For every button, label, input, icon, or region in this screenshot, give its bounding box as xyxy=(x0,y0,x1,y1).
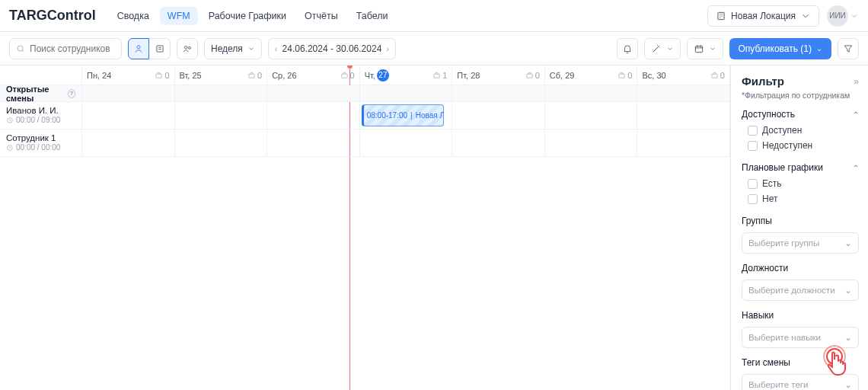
notifications-button[interactable] xyxy=(617,38,638,59)
schedule-cell[interactable]: 08:00-17:00|Новая Локация xyxy=(360,102,453,129)
nav-schedules[interactable]: Рабочие Графики xyxy=(201,7,294,25)
filter-option[interactable]: Недоступен xyxy=(742,138,859,153)
schedule-cell[interactable] xyxy=(452,129,545,157)
nav-wfm[interactable]: WFM xyxy=(160,7,198,25)
help-icon[interactable]: ? xyxy=(68,89,75,98)
users-icon xyxy=(182,43,193,54)
schedule-cell[interactable] xyxy=(545,102,638,129)
filter-toggle-button[interactable] xyxy=(838,38,859,59)
svg-point-2 xyxy=(137,45,140,48)
shift-block[interactable]: 08:00-17:00|Новая Локация xyxy=(362,104,445,126)
prev-week-button[interactable]: ‹ xyxy=(275,44,278,53)
magic-button[interactable] xyxy=(644,38,681,59)
chevron-down-icon xyxy=(850,11,859,21)
open-shifts-row[interactable]: Открытые смены? xyxy=(0,85,82,102)
bell-icon xyxy=(622,43,633,54)
date-range-label: 24.06.2024 - 30.06.2024 xyxy=(282,43,382,54)
filter-option[interactable]: Есть xyxy=(742,176,859,191)
section-plans[interactable]: Плановые графики⌃ xyxy=(742,159,859,176)
svg-rect-3 xyxy=(156,45,162,51)
schedule-cell[interactable] xyxy=(175,85,268,102)
svg-rect-9 xyxy=(341,74,346,78)
checkbox[interactable] xyxy=(748,126,758,136)
clock-icon xyxy=(6,115,14,126)
section-skills: Навыки xyxy=(742,307,859,324)
checkbox[interactable] xyxy=(748,194,758,204)
svg-point-1 xyxy=(18,45,23,50)
chevron-down-icon xyxy=(247,43,255,54)
nav-reports[interactable]: Отчёты xyxy=(297,7,346,25)
user-icon xyxy=(133,43,144,54)
schedule-cell[interactable] xyxy=(637,102,730,129)
day-header[interactable]: Чт,271 xyxy=(360,66,453,85)
day-header[interactable]: Вт, 250 xyxy=(175,66,268,85)
svg-rect-11 xyxy=(527,74,532,78)
calendar-icon xyxy=(694,43,704,54)
collapse-filter-button[interactable]: » xyxy=(854,76,859,87)
section-groups: Группы xyxy=(742,213,859,229)
next-week-button[interactable]: › xyxy=(386,44,389,53)
period-select[interactable]: Неделя xyxy=(204,38,262,59)
location-select[interactable]: Новая Локация xyxy=(707,5,819,27)
filter-title: Фильтр xyxy=(742,75,784,88)
view-by-position-button[interactable] xyxy=(149,38,171,59)
schedule-cell[interactable] xyxy=(82,85,175,102)
group-by-button[interactable] xyxy=(177,38,198,59)
day-header[interactable]: Ср, 260 xyxy=(267,66,360,85)
schedule-grid: Пн, 240 Вт, 250 Ср, 260 Чт,271 Пт, 280 С… xyxy=(0,66,731,390)
day-header[interactable]: Пт, 280 xyxy=(452,66,545,85)
schedule-cell[interactable] xyxy=(267,102,360,129)
building-icon xyxy=(716,11,726,21)
employee-row[interactable]: Иванов И. И. 00:00 / 09:00 xyxy=(0,102,82,129)
publish-button[interactable]: Опубликовать (1)⌄ xyxy=(729,38,831,59)
clock-icon xyxy=(6,142,14,153)
schedule-cell[interactable] xyxy=(545,129,638,157)
briefcase-icon xyxy=(340,70,349,81)
date-range-picker[interactable]: ‹ 24.06.2024 - 30.06.2024 › xyxy=(268,38,396,59)
svg-rect-10 xyxy=(434,74,439,78)
day-header[interactable]: Сб, 290 xyxy=(545,66,638,85)
nav-summary[interactable]: Сводка xyxy=(110,7,157,25)
filter-option[interactable]: Нет xyxy=(742,191,859,206)
schedule-cell[interactable] xyxy=(452,85,545,102)
schedule-cell[interactable] xyxy=(267,129,360,157)
search-icon xyxy=(16,43,25,54)
search-input-wrap[interactable] xyxy=(9,38,122,59)
briefcase-icon xyxy=(432,70,441,81)
schedule-cell[interactable] xyxy=(267,85,360,102)
schedule-cell[interactable] xyxy=(637,85,730,102)
employee-row[interactable]: Сотрудник 1 00:00 / 00:00 xyxy=(0,129,82,157)
filter-option[interactable]: Доступен xyxy=(742,123,859,138)
avatar[interactable]: ИИИ xyxy=(827,5,848,27)
schedule-cell[interactable] xyxy=(82,129,175,157)
schedule-cell[interactable] xyxy=(175,129,268,157)
briefcase-icon xyxy=(247,70,256,81)
chevron-down-icon xyxy=(709,43,716,54)
briefcase-icon xyxy=(617,70,626,81)
checkbox[interactable] xyxy=(748,179,758,189)
day-header[interactable]: Вс, 300 xyxy=(637,66,730,85)
groups-select[interactable]: Выберите группы⌄ xyxy=(742,232,859,254)
schedule-cell[interactable] xyxy=(545,85,638,102)
svg-point-5 xyxy=(188,46,190,49)
search-input[interactable] xyxy=(30,43,115,54)
schedule-cell[interactable] xyxy=(360,129,453,157)
svg-rect-7 xyxy=(156,74,161,78)
calendar-options-button[interactable] xyxy=(687,38,723,59)
positions-select[interactable]: Выберите должности⌄ xyxy=(742,280,859,301)
schedule-cell[interactable] xyxy=(360,85,453,102)
schedule-cell[interactable] xyxy=(637,129,730,157)
svg-rect-6 xyxy=(695,46,702,52)
briefcase-icon xyxy=(525,70,534,81)
checkbox[interactable] xyxy=(748,141,758,151)
day-header[interactable]: Пн, 240 xyxy=(82,66,175,85)
schedule-cell[interactable] xyxy=(175,102,268,129)
nav-timesheets[interactable]: Табели xyxy=(349,7,396,25)
schedule-cell[interactable] xyxy=(82,102,175,129)
location-label: Новая Локация xyxy=(731,11,796,21)
view-by-employee-button[interactable] xyxy=(128,38,149,59)
schedule-cell[interactable] xyxy=(452,102,545,129)
chevron-down-icon xyxy=(800,11,811,21)
section-availability[interactable]: Доступность⌃ xyxy=(742,106,859,123)
svg-rect-8 xyxy=(249,74,254,78)
